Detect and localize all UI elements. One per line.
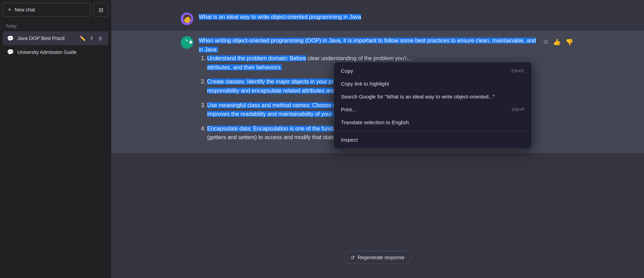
assistant-intro: When writing object-oriented programming… <box>199 36 537 54</box>
user-message-row: 🧑 What is an ideal way to write object-o… <box>111 7 644 31</box>
thumbup-button[interactable]: 👍 <box>552 37 562 47</box>
context-menu-copy-link-label: Copy link to highlight <box>341 81 389 87</box>
context-menu-copy-link[interactable]: Copy link to highlight <box>334 77 531 90</box>
context-menu-print-shortcut: Ctrl+P <box>512 107 524 112</box>
context-menu: Copy Ctrl+C Copy link to highlight Searc… <box>334 62 532 149</box>
thumbdown-button[interactable]: 👎 <box>564 37 574 47</box>
delete-chat-button[interactable]: 🗑 <box>97 35 104 42</box>
sidebar-item-java-oop[interactable]: 💬 Java OOP Best Practi ✏️ ⬆ 🗑 <box>3 31 108 45</box>
list-item-1-selected-2: attributes, and their behaviors. <box>207 64 282 70</box>
chat-icon: 💬 <box>7 35 14 42</box>
sidebar-item-university[interactable]: 💬 University Admission Guide <box>3 45 108 59</box>
chat-icon-2: 💬 <box>7 49 14 55</box>
copy-message-button[interactable]: ⧉ <box>542 37 549 47</box>
assistant-intro-java: in Java: <box>199 47 218 53</box>
assistant-intro-selected: When writing object-oriented programming… <box>199 38 536 43</box>
new-chat-button[interactable]: + New chat <box>3 3 90 17</box>
context-menu-translate[interactable]: Translate selection to English <box>334 116 531 129</box>
main-content: 🧑 What is an ideal way to write object-o… <box>111 0 644 278</box>
regenerate-label: Regenerate response <box>358 255 405 260</box>
user-avatar: 🧑 <box>181 13 193 25</box>
user-message-content: What is an ideal way to write object-ori… <box>199 13 574 22</box>
edit-chat-button[interactable]: ✏️ <box>78 35 87 42</box>
section-today-label: Today <box>3 22 108 31</box>
toggle-icon: ⊟ <box>99 7 103 13</box>
user-question-selected: What is an ideal way to write object-ori… <box>199 14 361 20</box>
new-chat-label: New chat <box>15 7 35 13</box>
regenerate-icon: ↺ <box>351 255 355 260</box>
chat-item-actions: ✏️ ⬆ 🗑 <box>78 35 104 42</box>
context-menu-inspect-label: Inspect <box>341 137 358 143</box>
context-menu-print-label: Print... <box>341 106 356 112</box>
assistant-action-buttons: ⧉ 👍 👎 <box>542 36 574 148</box>
context-menu-search-label: Search Google for "What is an ideal way … <box>341 94 495 100</box>
list-item-1-selected: Understand the problem domain: Before <box>207 55 306 61</box>
context-menu-copy-label: Copy <box>341 68 353 74</box>
list-item-1-rest: clear understanding of the problem you'r… <box>308 55 411 61</box>
sidebar: + New chat ⊟ Today 💬 Java OOP Best Pract… <box>0 0 111 278</box>
context-menu-copy-shortcut: Ctrl+C <box>512 68 524 73</box>
regenerate-button[interactable]: ↺ Regenerate response <box>343 251 412 264</box>
assistant-avatar: ✦ <box>181 36 193 49</box>
context-menu-inspect[interactable]: Inspect <box>334 133 531 146</box>
context-menu-translate-label: Translate selection to English <box>341 119 409 125</box>
share-chat-button[interactable]: ⬆ <box>88 35 95 42</box>
plus-icon: + <box>8 7 11 13</box>
context-menu-search-google[interactable]: Search Google for "What is an ideal way … <box>334 90 531 103</box>
context-menu-print[interactable]: Print... Ctrl+P <box>334 103 531 116</box>
chat-item-java-label: Java OOP Best Practi <box>17 35 75 41</box>
context-menu-copy[interactable]: Copy Ctrl+C <box>334 64 531 77</box>
chat-item-university-label: University Admission Guide <box>17 49 104 55</box>
toggle-sidebar-button[interactable]: ⊟ <box>93 3 108 17</box>
sidebar-top: + New chat ⊟ <box>3 3 108 17</box>
context-menu-separator <box>334 131 531 131</box>
